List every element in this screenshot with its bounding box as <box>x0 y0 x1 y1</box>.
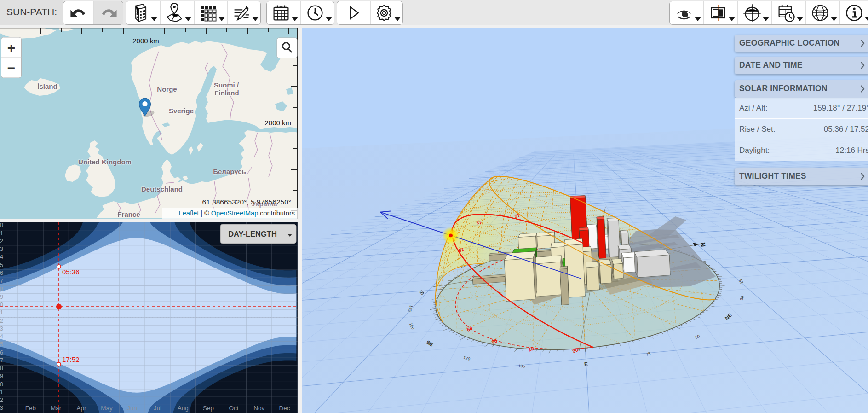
svg-text:0: 0 <box>0 222 3 228</box>
svg-text:Ísland: Ísland <box>37 82 57 90</box>
svg-text:8: 8 <box>0 286 3 292</box>
svg-text:2000 km: 2000 km <box>264 119 291 127</box>
svg-text:4: 4 <box>0 254 3 260</box>
svg-text:14: 14 <box>0 333 3 340</box>
svg-text:Sverige: Sverige <box>169 107 194 115</box>
svg-text:Sep: Sep <box>203 405 214 412</box>
svg-text:Leaflet | © OpenStreetMap cont: Leaflet | © OpenStreetMap contributors <box>179 209 295 217</box>
svg-text:Deutschland: Deutschland <box>141 185 183 193</box>
svg-text:16: 16 <box>0 349 3 356</box>
svg-text:Finland: Finland <box>214 89 239 97</box>
svg-text:+: + <box>7 40 16 55</box>
svg-text:17: 17 <box>0 357 3 364</box>
svg-text:6: 6 <box>0 270 3 276</box>
svg-text:Jul: Jul <box>154 405 161 412</box>
svg-text:Norge: Norge <box>157 85 177 93</box>
svg-text:10: 10 <box>0 302 3 308</box>
svg-text:Jun: Jun <box>127 405 137 412</box>
svg-text:France: France <box>117 210 140 218</box>
svg-text:Oct: Oct <box>229 405 239 412</box>
svg-text:12: 12 <box>0 318 3 324</box>
svg-text:Nov: Nov <box>253 405 264 412</box>
svg-text:19: 19 <box>0 373 3 379</box>
svg-text:E: E <box>584 361 588 368</box>
svg-text:Mar: Mar <box>51 405 62 412</box>
svg-text:20: 20 <box>0 381 3 388</box>
svg-text:Suomi /: Suomi / <box>214 81 239 89</box>
svg-text:23: 23 <box>0 405 3 411</box>
svg-text:3: 3 <box>0 246 3 252</box>
svg-text:United Kingdom: United Kingdom <box>78 158 132 166</box>
svg-text:17:52: 17:52 <box>62 355 80 363</box>
svg-text:105: 105 <box>518 364 525 369</box>
svg-text:Aug: Aug <box>178 405 189 412</box>
svg-text:Feb: Feb <box>25 405 36 412</box>
svg-text:1: 1 <box>0 230 3 237</box>
svg-text:18: 18 <box>0 365 3 372</box>
svg-text:61.38665320°, 5.97656250°: 61.38665320°, 5.97656250° <box>202 198 291 206</box>
svg-text:Apr: Apr <box>76 405 86 412</box>
svg-text:Беларусь: Беларусь <box>213 168 246 175</box>
svg-text:2000 km: 2000 km <box>132 37 159 45</box>
svg-text:N: N <box>699 242 707 247</box>
svg-text:21: 21 <box>0 389 3 396</box>
svg-text:2: 2 <box>0 238 3 244</box>
svg-text:11: 11 <box>0 309 3 316</box>
svg-text:DAY-LENGTH: DAY-LENGTH <box>228 230 277 238</box>
svg-text:9: 9 <box>0 294 3 300</box>
svg-text:13: 13 <box>0 326 3 332</box>
svg-text:Dec: Dec <box>279 405 290 412</box>
svg-text:5: 5 <box>0 262 3 268</box>
svg-text:05:36: 05:36 <box>62 268 80 276</box>
svg-text:−: − <box>7 60 16 76</box>
svg-text:15: 15 <box>0 341 3 348</box>
svg-text:7: 7 <box>0 278 3 284</box>
svg-text:May: May <box>101 405 113 412</box>
svg-text:22: 22 <box>0 397 3 403</box>
